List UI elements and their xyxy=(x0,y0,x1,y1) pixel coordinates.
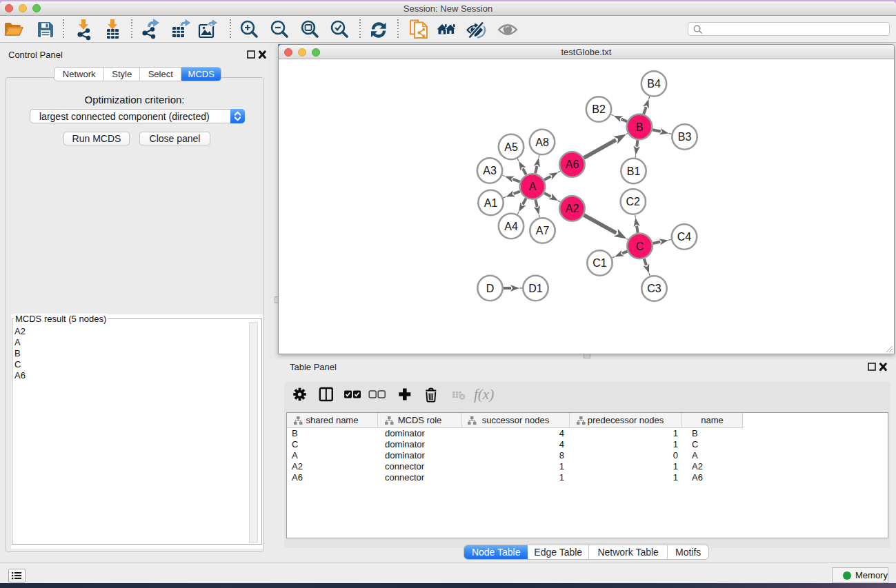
svg-text:B4: B4 xyxy=(647,78,661,90)
svg-text:A1: A1 xyxy=(484,197,498,209)
svg-text:D1: D1 xyxy=(528,283,543,294)
svg-text:B2: B2 xyxy=(592,103,606,115)
svg-text:A7: A7 xyxy=(536,225,550,236)
svg-text:f(x): f(x) xyxy=(474,386,494,403)
svg-text:A5: A5 xyxy=(504,141,518,153)
svg-text:C1: C1 xyxy=(593,257,607,269)
svg-text:B: B xyxy=(636,121,644,133)
svg-text:A6: A6 xyxy=(566,159,579,170)
svg-text:A2: A2 xyxy=(566,203,579,214)
svg-text:C: C xyxy=(636,241,644,252)
svg-text:B3: B3 xyxy=(678,131,692,143)
svg-text:B1: B1 xyxy=(627,165,641,177)
svg-text:C2: C2 xyxy=(626,196,641,207)
svg-text:C4: C4 xyxy=(677,231,692,243)
svg-text:A3: A3 xyxy=(483,165,497,176)
svg-text:D: D xyxy=(486,283,495,294)
svg-text:A4: A4 xyxy=(504,221,518,232)
svg-text:C3: C3 xyxy=(647,283,661,294)
svg-text:A: A xyxy=(529,181,537,192)
svg-text:A8: A8 xyxy=(535,136,549,148)
